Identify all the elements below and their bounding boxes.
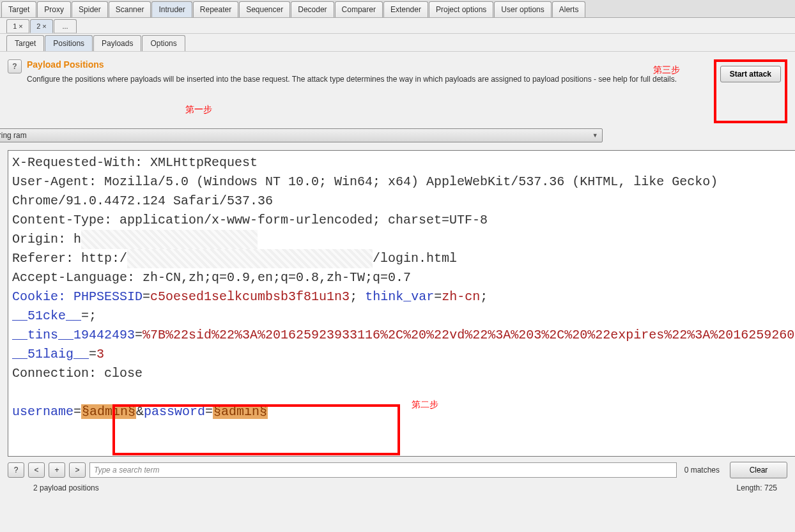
sub-tab-positions[interactable]: Positions — [45, 35, 93, 51]
section-description: Configure the positions where payloads w… — [27, 73, 705, 85]
start-attack-button[interactable]: Start attack — [720, 66, 781, 82]
search-matches: 0 matches — [684, 466, 720, 475]
session-tabs: 1 ×2 ×... — [0, 18, 795, 34]
main-tabs: TargetProxySpiderScannerIntruderRepeater… — [0, 0, 795, 18]
sub-tab-options[interactable]: Options — [142, 35, 185, 51]
editor-line: Accept-Language: zh-CN,zh;q=0.9,en;q=0.8… — [12, 268, 795, 287]
sub-tab-payloads[interactable]: Payloads — [93, 35, 141, 51]
main-tab-repeater[interactable]: Repeater — [193, 1, 238, 17]
sub-tab-target[interactable]: Target — [6, 35, 44, 51]
search-help-button[interactable]: ? — [8, 462, 24, 478]
main-tab-scanner[interactable]: Scanner — [109, 1, 151, 17]
annotation-step3: 第三步 — [653, 65, 680, 76]
main-tab-project-options[interactable]: Project options — [429, 1, 493, 17]
payload-highlight-box — [112, 404, 400, 455]
editor-line: __tins__19442493=%7B%22sid%22%3A%2016259… — [12, 326, 795, 364]
clear-button[interactable]: Clear — [730, 462, 787, 478]
annotation-step2: 第二步 — [412, 399, 438, 411]
editor-line: User-Agent: Mozilla/5.0 (Windows NT 10.0… — [12, 172, 795, 211]
sub-tabs: TargetPositionsPayloadsOptions — [0, 34, 795, 52]
search-prev-button[interactable]: < — [28, 462, 45, 478]
main-tab-decoder[interactable]: Decoder — [291, 1, 334, 17]
editor-line: __51cke__=; — [12, 307, 795, 326]
editor-line: X-Requested-With: XMLHttpRequest — [12, 153, 795, 172]
editor-line: Referer: http:/xxxxxxxxxxxxxxxxxxxxxxxxx… — [12, 249, 795, 268]
positions-panel: ? Payload Positions Configure the positi… — [0, 52, 795, 500]
main-tab-spider[interactable]: Spider — [72, 1, 108, 17]
session-tab-0[interactable]: 1 × — [6, 19, 29, 33]
attack-type-select[interactable]: Battering ram — [0, 128, 603, 142]
editor-line — [12, 383, 795, 402]
main-tab-extender[interactable]: Extender — [383, 1, 428, 17]
editor-line: Origin: hxxxxxxxxxxxxxxxxxxxxxxx — [12, 230, 795, 249]
main-tab-proxy[interactable]: Proxy — [37, 1, 71, 17]
search-input[interactable]: Type a search term — [89, 462, 677, 478]
session-tab-2[interactable]: ... — [54, 19, 77, 33]
editor-line: Connection: close — [12, 364, 795, 383]
main-tab-alerts[interactable]: Alerts — [552, 1, 586, 17]
session-tab-1[interactable]: 2 × — [30, 19, 53, 33]
section-title: Payload Positions — [27, 59, 705, 70]
status-positions: 2 payload positions — [33, 483, 99, 492]
main-tab-comparer[interactable]: Comparer — [335, 1, 383, 17]
editor-line: Content-Type: application/x-www-form-url… — [12, 211, 795, 230]
search-next-button[interactable]: > — [69, 462, 86, 478]
status-length: Length: 725 — [737, 483, 777, 492]
main-tab-target[interactable]: Target — [1, 1, 36, 17]
main-tab-user-options[interactable]: User options — [494, 1, 551, 17]
help-button[interactable]: ? — [8, 59, 22, 73]
annotation-step1: 第一步 — [185, 104, 212, 116]
search-add-button[interactable]: + — [49, 462, 65, 478]
main-tab-sequencer[interactable]: Sequencer — [239, 1, 290, 17]
main-tab-intruder[interactable]: Intruder — [151, 1, 192, 17]
start-attack-highlight: Start attack — [714, 59, 787, 123]
editor-line: Cookie: PHPSESSID=c5oesed1selkcumbsb3f81… — [12, 287, 795, 307]
